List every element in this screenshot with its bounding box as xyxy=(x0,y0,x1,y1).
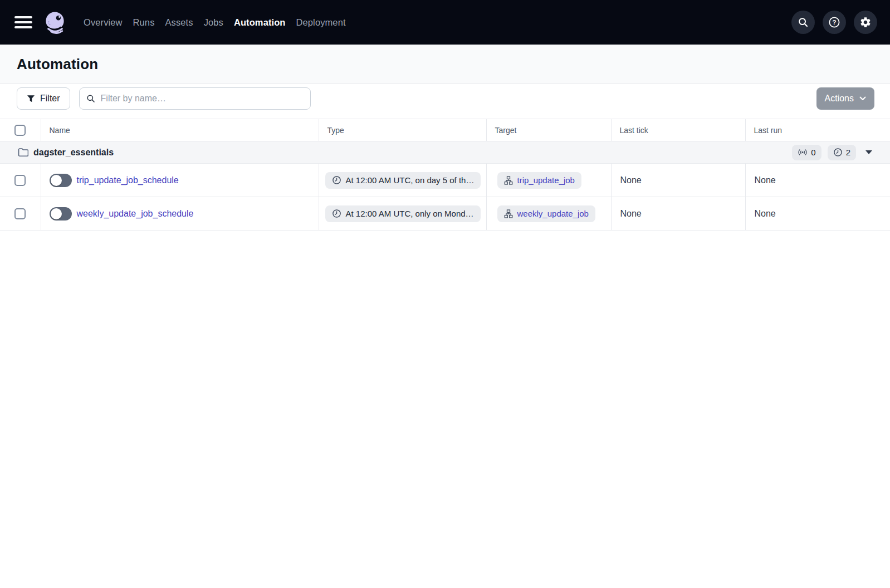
collapse-group-caret-icon[interactable] xyxy=(865,150,872,154)
last-run-value: None xyxy=(745,197,890,231)
help-icon: ? xyxy=(828,16,840,28)
column-header-last-tick: Last tick xyxy=(611,119,745,141)
gear-icon xyxy=(859,16,872,28)
automation-name-link[interactable]: weekly_update_job_schedule xyxy=(77,209,194,219)
actions-button-label: Actions xyxy=(825,94,854,104)
job-icon xyxy=(504,176,513,185)
nav-item-assets[interactable]: Assets xyxy=(165,17,193,28)
nav-item-runs[interactable]: Runs xyxy=(133,17,155,28)
filter-button[interactable]: Filter xyxy=(17,87,70,110)
settings-button[interactable] xyxy=(854,11,877,34)
column-header-last-run: Last run xyxy=(745,119,890,141)
funnel-icon xyxy=(27,95,35,103)
name-filter xyxy=(79,87,311,110)
chevron-down-icon xyxy=(859,96,866,101)
clock-icon xyxy=(332,209,341,218)
filter-button-label: Filter xyxy=(40,94,60,104)
page-header: Automation xyxy=(0,45,890,84)
schedule-type-tag: At 12:00 AM UTC, on day 5 of th… xyxy=(325,172,481,189)
target-job-link[interactable]: trip_update_job xyxy=(517,175,575,185)
schedule-toggle[interactable] xyxy=(50,174,72,187)
schedule-cron-text: At 12:00 AM UTC, on day 5 of th… xyxy=(346,175,475,185)
toolbar: Filter Actions xyxy=(17,87,874,110)
select-all-checkbox[interactable] xyxy=(14,125,26,136)
schedule-type-tag: At 12:00 AM UTC, only on Mond… xyxy=(325,205,481,222)
automation-table: Name Type Target Last tick Last run dags… xyxy=(0,119,890,231)
folder-icon xyxy=(18,148,28,157)
top-navbar: Overview Runs Assets Jobs Automation Dep… xyxy=(0,0,890,45)
table-row: weekly_update_job_schedule At 12:00 AM U… xyxy=(0,197,890,231)
target-job-link[interactable]: weekly_update_job xyxy=(517,209,589,218)
hamburger-menu-icon[interactable] xyxy=(14,15,32,30)
nav-item-deployment[interactable]: Deployment xyxy=(296,17,346,28)
sensor-count: 0 xyxy=(811,148,815,157)
last-tick-value: None xyxy=(611,164,745,197)
nav-item-automation[interactable]: Automation xyxy=(234,17,286,28)
schedule-count-badge: 2 xyxy=(828,145,856,160)
sensor-icon xyxy=(798,148,808,156)
column-header-type: Type xyxy=(319,119,486,141)
table-header-row: Name Type Target Last tick Last run xyxy=(0,119,890,141)
group-row: dagster_essentials 0 xyxy=(0,141,890,164)
svg-text:?: ? xyxy=(832,19,836,26)
help-button[interactable]: ? xyxy=(823,11,846,34)
table-row: trip_update_job_schedule At 12:00 AM UTC… xyxy=(0,164,890,197)
clock-icon xyxy=(332,175,341,185)
nav-item-jobs[interactable]: Jobs xyxy=(204,17,223,28)
search-icon xyxy=(798,17,809,28)
dagster-octopus-icon xyxy=(42,9,68,36)
search-input[interactable] xyxy=(79,87,311,110)
schedule-toggle[interactable] xyxy=(50,207,72,220)
nav-item-overview[interactable]: Overview xyxy=(84,17,123,28)
column-header-target: Target xyxy=(486,119,611,141)
target-job-tag: trip_update_job xyxy=(497,172,581,189)
automation-name-link[interactable]: trip_update_job_schedule xyxy=(77,175,179,185)
schedule-count: 2 xyxy=(846,148,850,157)
column-header-name: Name xyxy=(41,119,319,141)
main-nav: Overview Runs Assets Jobs Automation Dep… xyxy=(84,17,346,28)
row-checkbox[interactable] xyxy=(14,208,26,219)
actions-button[interactable]: Actions xyxy=(816,87,874,110)
page-title: Automation xyxy=(17,56,98,73)
target-job-tag: weekly_update_job xyxy=(497,205,595,222)
group-name: dagster_essentials xyxy=(33,148,114,158)
schedule-cron-text: At 12:00 AM UTC, only on Mond… xyxy=(346,209,474,218)
last-tick-value: None xyxy=(611,197,745,231)
dagster-logo[interactable] xyxy=(41,9,68,36)
row-checkbox[interactable] xyxy=(14,175,26,186)
search-button[interactable] xyxy=(791,11,815,34)
last-run-value: None xyxy=(745,164,890,197)
search-icon xyxy=(86,94,95,103)
job-icon xyxy=(504,209,513,218)
sensor-count-badge: 0 xyxy=(792,145,821,160)
clock-icon xyxy=(833,148,843,157)
